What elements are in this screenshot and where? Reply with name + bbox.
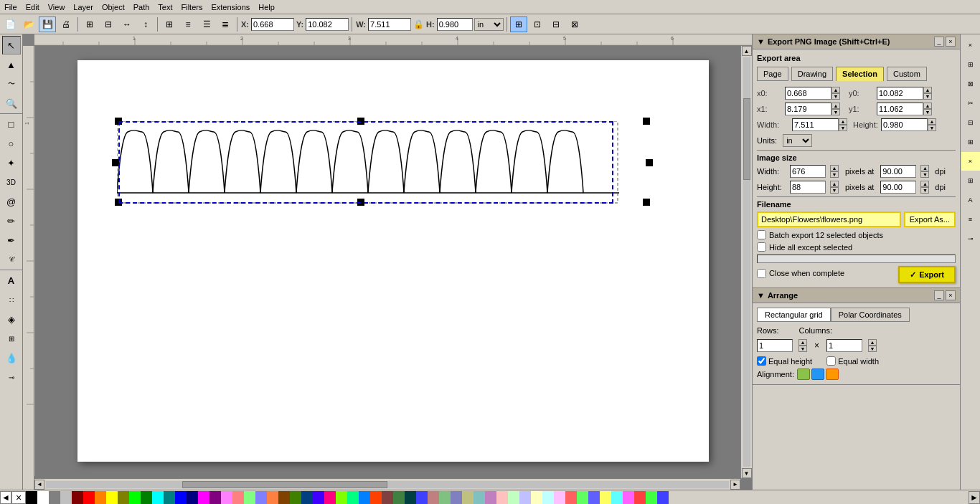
width-spin-down[interactable]: ▼ [839, 125, 847, 131]
fr-btn8[interactable]: ⊞ [961, 171, 980, 190]
color-cell-14[interactable] [187, 491, 198, 504]
color-cell-16[interactable] [209, 491, 221, 504]
toolbar-flip-v[interactable]: ↕ [137, 16, 154, 32]
color-cell-44[interactable] [531, 491, 542, 504]
tab-selection[interactable]: Selection [836, 67, 884, 81]
h-scroll-thumb[interactable] [182, 481, 387, 488]
export-button[interactable]: ✓ Export [898, 266, 956, 283]
menu-edit[interactable]: Edit [22, 1, 44, 13]
tool-gradient[interactable]: ◈ [2, 310, 21, 328]
color-cell-48[interactable] [577, 491, 588, 504]
tool-pen[interactable]: ✒ [2, 231, 21, 249]
color-cell-8[interactable] [118, 491, 129, 504]
img-width-up[interactable]: ▲ [830, 165, 839, 171]
color-cell-28[interactable] [347, 491, 359, 504]
tab-rect-grid[interactable]: Rectangular grid [757, 308, 831, 322]
y1-input[interactable] [877, 103, 923, 115]
img-height-input[interactable] [790, 181, 826, 194]
color-cell-42[interactable] [508, 491, 519, 504]
color-cell-9[interactable] [129, 491, 141, 504]
handle-bl[interactable] [115, 199, 122, 206]
cols-spin-down[interactable]: ▼ [868, 346, 877, 352]
export-panel-header[interactable]: ▼ Export PNG Image (Shift+Ctrl+E) _ × [753, 34, 960, 49]
toolbar-flip-h[interactable]: ↔ [118, 16, 136, 32]
handle-tc[interactable] [357, 118, 364, 125]
dpi2-down[interactable]: ▼ [920, 187, 929, 194]
h-scrollbar[interactable]: ◄ ► [34, 478, 740, 490]
v-scroll-up[interactable]: ▲ [742, 46, 752, 56]
x1-spin-down[interactable]: ▼ [831, 109, 840, 115]
tool-spray[interactable]: ∷ [2, 290, 21, 309]
color-cell-6[interactable] [95, 491, 106, 504]
color-cell-39[interactable] [473, 491, 485, 504]
y-input[interactable] [306, 18, 349, 31]
color-cell-34[interactable] [416, 491, 428, 504]
color-cell-15[interactable] [198, 491, 209, 504]
color-cell-4[interactable] [72, 491, 83, 504]
color-cell-24[interactable] [301, 491, 313, 504]
dpi1-up[interactable]: ▲ [920, 165, 929, 171]
color-cell-10[interactable] [141, 491, 152, 504]
tool-rect[interactable]: □ [2, 115, 21, 133]
color-cell-13[interactable] [175, 491, 187, 504]
toolbar-open[interactable]: 📂 [20, 16, 37, 32]
x1-spin-up[interactable]: ▲ [831, 103, 840, 109]
img-width-input[interactable] [790, 165, 826, 178]
canvas-viewport[interactable]: ◄ ► ▲ ▼ [34, 46, 752, 490]
color-cell-17[interactable] [221, 491, 232, 504]
fr-btn11[interactable]: ⊸ [961, 229, 980, 248]
equal-width-checkbox[interactable] [826, 356, 836, 366]
menu-layer[interactable]: Layer [69, 1, 98, 13]
toolbar-align[interactable]: ⊞ [161, 16, 178, 32]
rows-spin-up[interactable]: ▲ [798, 339, 807, 346]
tool-dropper[interactable]: 💧 [2, 348, 21, 367]
arrange-minimize-btn[interactable]: _ [934, 290, 944, 300]
toolbar-snap2[interactable]: ⊡ [529, 16, 546, 32]
color-cell-38[interactable] [462, 491, 473, 504]
color-cell-3[interactable] [60, 491, 72, 504]
tab-custom[interactable]: Custom [887, 67, 927, 81]
v-scrollbar[interactable]: ▲ ▼ [740, 46, 752, 478]
rows-input[interactable] [757, 339, 793, 352]
fr-btn1[interactable]: × [961, 36, 980, 54]
close-complete-checkbox[interactable] [757, 269, 766, 278]
toolbar-dist3[interactable]: ≣ [217, 16, 234, 32]
toolbar-snap1[interactable]: ⊞ [510, 16, 527, 32]
menu-help[interactable]: Help [254, 1, 279, 13]
toolbar-transform2[interactable]: ⊟ [100, 16, 117, 32]
color-cell-45[interactable] [542, 491, 554, 504]
align-btn-1[interactable] [797, 369, 810, 380]
color-cell-53[interactable] [634, 491, 646, 504]
fr-btn7[interactable]: × [961, 152, 980, 171]
color-cell-29[interactable] [359, 491, 370, 504]
color-cell-22[interactable] [278, 491, 290, 504]
menu-view[interactable]: View [44, 1, 70, 13]
scroll-palette-left[interactable]: ◄ [0, 491, 11, 504]
color-cell-55[interactable] [657, 491, 669, 504]
tool-select[interactable]: ↖ [2, 36, 21, 54]
fr-btn10[interactable]: ≡ [961, 210, 980, 229]
toolbar-new[interactable]: 📄 [1, 16, 19, 32]
v-scroll-thumb[interactable] [743, 98, 750, 180]
color-cell-52[interactable] [623, 491, 634, 504]
color-cell-19[interactable] [244, 491, 255, 504]
color-cell-35[interactable] [428, 491, 439, 504]
export-as-button[interactable]: Export As... [904, 211, 956, 227]
height-spin-down[interactable]: ▼ [928, 125, 936, 131]
color-cell-11[interactable] [152, 491, 164, 504]
y1-spin-down[interactable]: ▼ [923, 109, 932, 115]
toolbar-transform[interactable]: ⊞ [81, 16, 98, 32]
arrange-panel-header[interactable]: ▼ Arrange _ × [753, 288, 960, 303]
dpi1-down[interactable]: ▼ [920, 171, 929, 178]
tool-pencil[interactable]: ✏ [2, 211, 21, 230]
color-cell-2[interactable] [49, 491, 60, 504]
lock-icon[interactable]: 🔒 [413, 19, 424, 30]
color-cell-54[interactable] [646, 491, 657, 504]
units-dropdown[interactable]: inpxmm [783, 134, 812, 147]
menu-path[interactable]: Path [129, 1, 154, 13]
color-cell-7[interactable] [106, 491, 118, 504]
width-spin-up[interactable]: ▲ [839, 118, 847, 125]
width-input[interactable] [792, 118, 839, 131]
color-cell-21[interactable] [267, 491, 278, 504]
color-cell-33[interactable] [405, 491, 416, 504]
